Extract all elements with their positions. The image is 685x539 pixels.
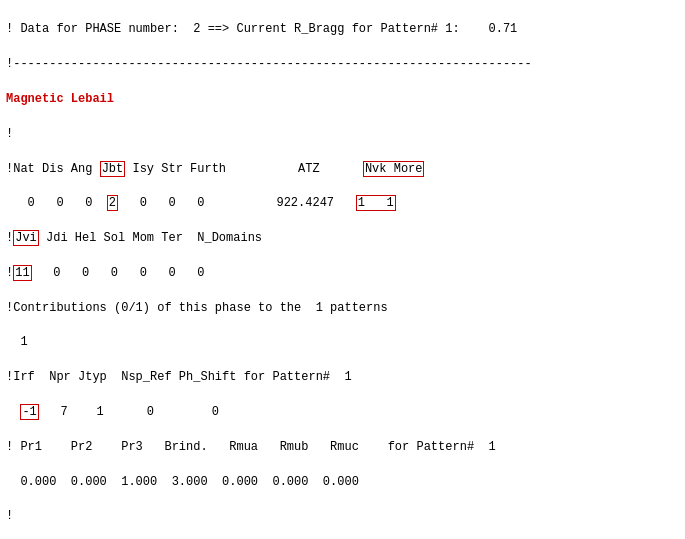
nvk-more-value-box: 1 1 (356, 195, 396, 211)
line-nat-header: !Nat Dis Ang Jbt Isy Str Furth ATZ Nvk M… (6, 161, 679, 178)
line-nat-values: 0 0 0 2 0 0 0 922.4247 1 1 (6, 195, 679, 212)
line-contrib-val: 1 (6, 334, 679, 351)
line-pr-values: 0.000 0.000 1.000 3.000 0.000 0.000 0.00… (6, 474, 679, 491)
line-header: ! Data for PHASE number: 2 ==> Current R… (6, 21, 679, 38)
line-pr-header: ! Pr1 Pr2 Pr3 Brind. Rmua Rmub Rmuc for … (6, 439, 679, 456)
line-contributions: !Contributions (0/1) of this phase to th… (6, 300, 679, 317)
line-jvi-values: !11 0 0 0 0 0 0 (6, 265, 679, 282)
jvi-box: Jvi (13, 230, 39, 246)
nvk-more-box: Nvk More (363, 161, 425, 177)
line-irf-values: -1 7 1 0 0 (6, 404, 679, 421)
line-blank: ! (6, 508, 679, 525)
line-irf-header: !Irf Npr Jtyp Nsp_Ref Ph_Shift for Patte… (6, 369, 679, 386)
jbt-value-box: 2 (107, 195, 118, 211)
line-dashes: !---------------------------------------… (6, 56, 679, 73)
main-content: ! Data for PHASE number: 2 ==> Current R… (0, 0, 685, 539)
irf-value-box: -1 (20, 404, 38, 420)
line-jvi-header: !Jvi Jdi Hel Sol Mom Ter N_Domains (6, 230, 679, 247)
jbt-box: Jbt (100, 161, 126, 177)
jvi-value-box: 11 (13, 265, 31, 281)
line-bang1: ! (6, 126, 679, 143)
line-magnetic: Magnetic Lebail (6, 91, 679, 108)
